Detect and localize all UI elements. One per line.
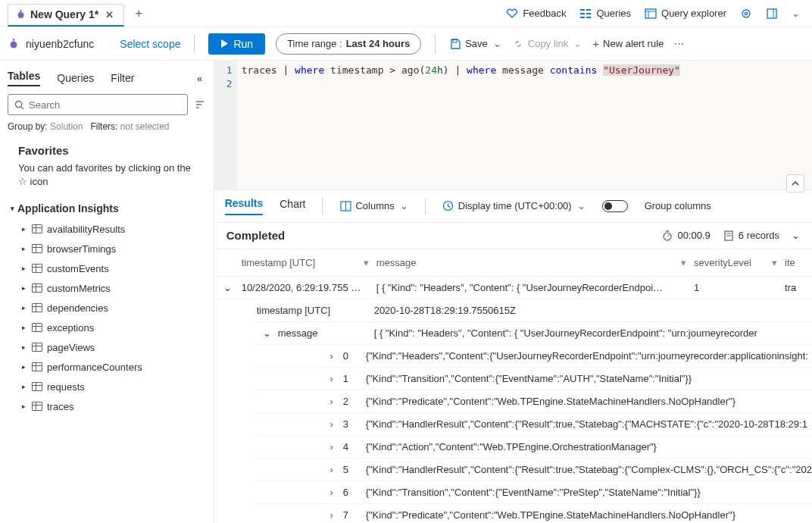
caret-right-icon[interactable]: › [320,396,343,407]
tree-item-customMetrics[interactable]: ▸customMetrics [20,278,206,298]
save-icon [449,38,461,50]
columns-button[interactable]: Columns⌄ [339,200,408,212]
tree-item-availabilityResults[interactable]: ▸availabilityResults [20,219,206,239]
svg-rect-4 [580,17,585,18]
appinsights-icon [16,10,26,20]
filter-icon[interactable]: ▾ [772,257,785,268]
close-icon[interactable]: ✕ [103,9,116,20]
query-explorer-link[interactable]: Query explorer [645,8,726,20]
explorer-icon [645,8,657,20]
svg-point-15 [11,41,17,48]
caret-right-icon[interactable]: › [320,418,343,430]
link-icon [512,38,524,50]
tree-item-requests[interactable]: ▸requests [20,377,206,396]
array-row[interactable]: ›2{"Kind":"Predicate","Content":"Web.TPE… [257,390,812,413]
run-button[interactable]: Run [208,33,265,55]
queries-link[interactable]: Queries [579,8,631,20]
svg-rect-2 [580,9,585,11]
array-row[interactable]: ›4{"Kind":"Action","Content":"Web.TPEngi… [257,436,812,459]
table-icon [32,362,42,371]
expand-row-icon[interactable]: ⌄ [214,282,242,293]
chevron-down-icon[interactable]: ⌄ [792,8,800,19]
select-scope-link[interactable]: Select scope [120,38,180,50]
tab-bar: New Query 1* ✕ + Feedback Queries Query … [0,0,812,27]
caret-right-icon: ▸ [20,225,27,233]
scope-resource[interactable]: niyuenb2cfunc [8,38,94,50]
array-row[interactable]: ›5{"Kind":"HandlerResult","Content":{"Re… [257,459,812,481]
array-row[interactable]: ›3{"Kind":"HandlerResult","Content":{"Re… [257,413,812,436]
caret-right-icon[interactable]: › [320,350,343,362]
caret-right-icon: ▸ [20,265,27,272]
tree-item-customEvents[interactable]: ▸customEvents [20,258,206,278]
tab-chart[interactable]: Chart [280,198,305,215]
svg-rect-3 [580,13,585,14]
status-bar: Completed 00:00.9 6 records ⌄ [214,222,812,249]
panel-icon[interactable] [766,8,778,20]
table-row[interactable]: ⌄ 10/28/2020, 6:29:19.755 … [ { "Kind": … [214,277,812,299]
time-range-picker[interactable]: Time range :Last 24 hours [276,33,421,55]
gear-icon[interactable] [740,8,752,20]
caret-right-icon: ▸ [20,284,27,292]
appinsights-icon [8,38,20,50]
search-icon [14,100,24,110]
tab-queries[interactable]: Queries [57,72,94,84]
caret-right-icon[interactable]: › [320,441,343,453]
collapse-sidebar-icon[interactable]: « [194,72,206,84]
tree-item-performanceCounters[interactable]: ▸performanceCounters [20,357,206,377]
tab-tables[interactable]: Tables [8,70,40,86]
copy-link-button[interactable]: Copy link⌄ [512,38,582,50]
svg-line-19 [21,106,23,108]
caret-right-icon[interactable]: › [320,509,343,521]
table-icon [32,264,42,273]
svg-rect-16 [13,39,14,41]
save-button[interactable]: Save⌄ [449,38,501,50]
expand-down-icon[interactable]: ⌄ [792,230,800,241]
array-row[interactable]: ›7{"Kind":"Predicate","Content":"Web.TPE… [257,504,812,523]
caret-right-icon[interactable]: › [320,373,343,384]
query-editor[interactable]: 12 traces | where timestamp > ago(24h) |… [214,61,812,189]
tree-item-exceptions[interactable]: ▸exceptions [20,318,206,337]
caret-right-icon[interactable]: › [320,487,343,498]
tree-item-traces[interactable]: ▸traces [20,396,206,416]
results-tabbar: Results Chart Columns⌄ Display time (UTC… [214,189,812,222]
new-alert-button[interactable]: +New alert rule [592,37,664,50]
more-icon[interactable]: ⋯ [674,38,686,49]
svg-point-11 [742,10,750,17]
display-time-button[interactable]: Display time (UTC+00:00)⌄ [442,200,586,212]
plus-icon: + [592,37,599,50]
array-row[interactable]: ›0{"Kind":"Headers","Content":{"UserJour… [257,345,812,368]
array-row[interactable]: ›1{"Kind":"Transition","Content":{"Event… [257,368,812,390]
table-icon [32,402,42,411]
svg-point-18 [15,101,21,107]
tree-item-browserTimings[interactable]: ▸browserTimings [20,239,206,258]
caret-right-icon: ▸ [20,304,27,312]
sidebar: Tables Queries Filter « Group by: Soluti… [0,61,214,523]
search-input[interactable] [8,94,188,115]
tab-filter[interactable]: Filter [111,72,134,84]
table-icon [32,343,42,352]
record-count: 6 records [723,230,779,242]
query-tab[interactable]: New Query 1* ✕ [8,4,124,27]
elapsed-time: 00:00.9 [661,230,710,242]
tree-item-dependencies[interactable]: ▸dependencies [20,298,206,318]
caret-right-icon: ▸ [20,363,27,371]
new-tab-button[interactable]: + [135,6,142,21]
stopwatch-icon [661,230,673,242]
tab-results[interactable]: Results [225,197,264,215]
svg-rect-8 [645,9,656,18]
svg-line-27 [667,235,669,236]
caret-right-icon[interactable]: › [320,464,343,475]
query-status: Completed [226,229,286,242]
filter-icon[interactable]: ▾ [681,257,694,268]
tree-section[interactable]: ▾Application Insights [11,202,206,215]
svg-rect-6 [586,13,591,14]
sort-icon[interactable] [194,99,206,111]
collapse-editor-button[interactable] [786,174,804,193]
expand-message-icon[interactable]: ⌄ [257,327,278,339]
array-row[interactable]: ›6{"Kind":"Transition","Content":{"Event… [257,481,812,504]
favorites-heading: Favorites [18,144,206,157]
group-columns-toggle[interactable] [602,200,628,212]
filter-icon[interactable]: ▾ [364,257,376,268]
tree-item-pageViews[interactable]: ▸pageViews [20,337,206,357]
feedback-link[interactable]: Feedback [506,8,566,20]
